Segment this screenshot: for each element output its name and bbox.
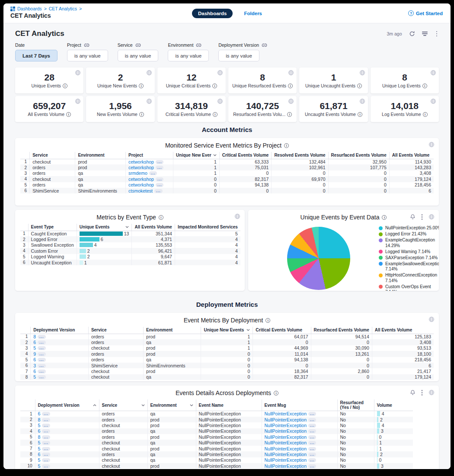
globe-icon[interactable] [146, 98, 152, 104]
cell-link[interactable]: 5 [38, 463, 41, 469]
metric-tile[interactable]: 659,207All Events Volumei [15, 96, 83, 122]
info-icon[interactable]: i [159, 215, 163, 220]
cell-actions-pill[interactable]: ... [308, 464, 317, 468]
globe-icon[interactable] [428, 316, 435, 322]
filter-value-chip[interactable]: is any value [67, 50, 108, 61]
cell-actions-pill[interactable]: ... [38, 375, 46, 379]
cell-link[interactable]: cetworkshop [128, 177, 154, 182]
cell-actions-pill[interactable]: ... [308, 447, 317, 451]
globe-icon[interactable] [428, 389, 435, 396]
column-header[interactable]: Deployment Version [35, 399, 99, 411]
cell-link[interactable]: 5 [38, 457, 41, 463]
cell-actions-pill[interactable]: ... [308, 429, 317, 433]
metric-tile[interactable]: 140,725Resurfaced Events Volu...i [228, 96, 297, 122]
legend-item[interactable]: ExampleCaughtException 14.29% [379, 238, 439, 248]
pie-chart[interactable] [287, 227, 350, 290]
tile-menu-icon[interactable] [420, 389, 425, 396]
tab-folders[interactable]: Folders [244, 11, 262, 16]
info-icon[interactable]: i [358, 112, 362, 117]
legend-item[interactable]: HttpHostConnectException 7.14% [379, 273, 439, 283]
legend-item[interactable]: Custom OverOps Event 7.14% [379, 284, 439, 291]
cell-link[interactable]: NullPointerException [265, 411, 307, 416]
info-icon[interactable]: i [287, 112, 292, 117]
cell-link[interactable]: 6 [33, 340, 36, 345]
column-header[interactable]: Project [126, 152, 173, 159]
globe-icon[interactable] [217, 70, 223, 76]
cell-actions-pill[interactable]: ... [154, 189, 163, 193]
column-header[interactable]: Resolved Events Volume [272, 152, 328, 159]
cell-actions-pill[interactable]: ... [308, 441, 317, 445]
tab-dashboards[interactable]: Dashboards [192, 9, 233, 18]
cell-actions-pill[interactable]: ... [308, 418, 317, 422]
cell-actions-pill[interactable]: ... [38, 364, 46, 368]
info-icon[interactable]: i [212, 84, 217, 88]
cell-actions-pill[interactable]: ... [42, 418, 50, 422]
cell-actions-pill[interactable]: ... [38, 341, 46, 344]
info-icon[interactable]: i [288, 84, 293, 88]
cell-actions-pill[interactable]: ... [156, 183, 164, 187]
filter-value-chip[interactable]: Last 7 Days [15, 50, 58, 61]
column-header[interactable]: Critical Events Volume [253, 327, 311, 334]
column-header[interactable]: All Events Volume [389, 152, 434, 159]
column-header[interactable]: Unique Events [77, 224, 132, 231]
column-header[interactable]: Resurfaced (Yes / No) [337, 399, 374, 411]
cell-actions-pill[interactable]: ... [42, 435, 50, 439]
breadcrumb-dashboards[interactable]: Dashboards [17, 6, 42, 11]
cell-link[interactable]: 5 [38, 446, 41, 451]
cell-actions-pill[interactable]: ... [308, 412, 317, 416]
legend-item[interactable]: Logged Warning 7.14% [379, 249, 439, 255]
cell-link[interactable]: NullPointerException [265, 428, 307, 434]
cell-actions-pill[interactable]: ... [42, 424, 50, 428]
cell-link[interactable]: 8 [38, 434, 41, 440]
info-icon[interactable]: i [422, 84, 427, 88]
cell-actions-pill[interactable]: ... [42, 441, 50, 445]
cell-actions-pill[interactable]: ... [42, 458, 50, 462]
cell-actions-pill[interactable]: ... [308, 453, 317, 457]
cell-actions-pill[interactable]: ... [38, 335, 46, 339]
cell-link[interactable]: 6 [38, 428, 41, 434]
cell-actions-pill[interactable]: ... [149, 171, 157, 175]
globe-icon[interactable] [359, 98, 365, 104]
legend-item[interactable]: ExampleSwallowedException 7.14% [379, 261, 439, 272]
info-icon[interactable]: i [423, 112, 428, 117]
cell-actions-pill[interactable]: ... [308, 435, 317, 439]
metric-tile[interactable]: 8Unique Resurfaced Eventsi [228, 68, 297, 93]
metric-tile[interactable]: 8Unique Log Eventsi [371, 68, 439, 93]
cell-actions-pill[interactable]: ... [42, 464, 50, 468]
cell-actions-pill[interactable]: ... [156, 166, 164, 170]
refresh-icon[interactable] [409, 31, 415, 37]
column-header[interactable]: Unique New Events [201, 327, 253, 334]
info-icon[interactable]: i [66, 112, 71, 117]
cell-link[interactable]: 3 [33, 363, 36, 368]
cell-actions-pill[interactable]: ... [308, 424, 317, 428]
legend-item[interactable]: NullPointerException 25.00% [379, 225, 439, 231]
cell-actions-pill[interactable]: ... [156, 177, 164, 181]
cell-link[interactable]: NullPointerException [265, 446, 307, 451]
column-header[interactable]: All Events Volume [372, 327, 434, 334]
globe-icon[interactable] [146, 70, 152, 76]
cell-link[interactable]: 6 [38, 452, 41, 457]
cell-actions-pill[interactable]: ... [42, 447, 50, 451]
globe-icon[interactable] [428, 214, 435, 220]
dashboard-menu-icon[interactable] [435, 30, 439, 38]
metric-tile[interactable]: 61,871Uncaught Events Volumei [299, 96, 368, 122]
globe-icon[interactable] [359, 70, 365, 76]
cell-actions-pill[interactable]: ... [38, 370, 46, 373]
cell-link[interactable]: ctsmoketest [128, 188, 153, 193]
cell-link[interactable]: 6 [33, 357, 36, 362]
metric-tile[interactable]: 2Unique New Eventsi [86, 68, 154, 93]
info-icon[interactable]: i [63, 84, 67, 88]
column-header[interactable]: Unique New Ever [173, 152, 220, 159]
globe-icon[interactable] [428, 142, 435, 148]
column-header[interactable]: Service [88, 327, 143, 334]
cell-link[interactable]: NullPointerException [265, 434, 307, 440]
info-icon[interactable]: i [382, 215, 387, 220]
cell-link[interactable]: cetworkshop [128, 182, 154, 187]
dashboard-filters-toggle-icon[interactable] [422, 32, 428, 36]
cell-link[interactable]: srmdemo [128, 170, 147, 176]
cell-link[interactable]: 8 [33, 334, 36, 339]
column-header[interactable]: Service [99, 399, 147, 411]
cell-link[interactable]: NullPointerException [265, 463, 307, 469]
column-header[interactable]: Service [30, 152, 75, 159]
column-header[interactable]: Event Msg [262, 399, 337, 411]
